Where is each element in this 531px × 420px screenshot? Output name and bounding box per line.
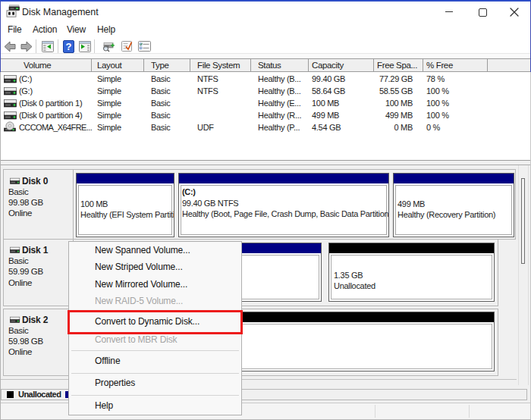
svg-text:?: ?	[66, 41, 72, 52]
